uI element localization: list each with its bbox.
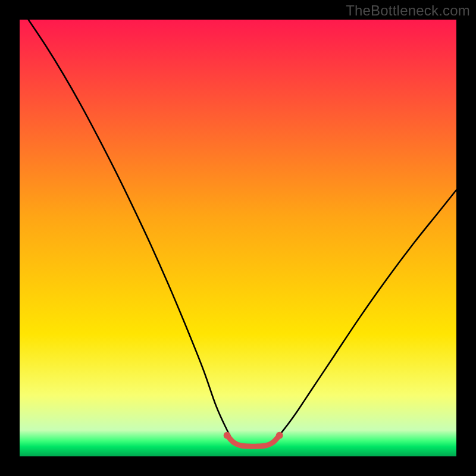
valley-endpoint-right [276, 432, 283, 439]
gradient-background [20, 20, 456, 456]
watermark-text: TheBottleneck.com [346, 2, 470, 19]
chart-frame: TheBottleneck.com [0, 0, 476, 476]
bottleneck-chart [0, 0, 476, 476]
valley-endpoint-left [224, 432, 231, 439]
